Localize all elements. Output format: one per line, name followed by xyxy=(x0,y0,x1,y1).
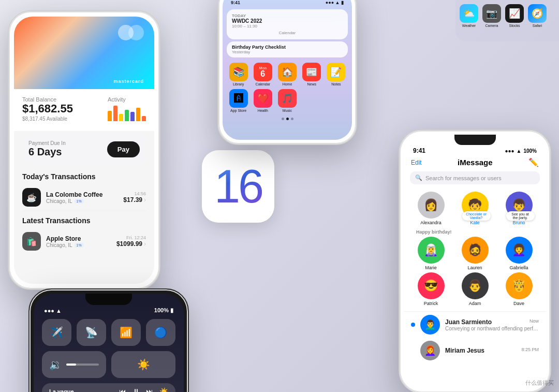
next-button[interactable]: ⏭ xyxy=(146,387,153,392)
app-appstore[interactable]: 🅰 App Store xyxy=(228,89,249,112)
birthday-widget[interactable]: Birthday Party Checklist Yesterday xyxy=(227,41,348,57)
bruno-avatar-wrap: 👦 See you at the party. xyxy=(506,192,533,219)
wallet-balance-section: Total Balance $1,682.55 $8,317.45 Availa… xyxy=(14,89,154,131)
pause-button[interactable]: ⏸ xyxy=(133,387,140,392)
miriam-avatar: 👩‍🦰 xyxy=(420,341,440,360)
camera-label: Camera xyxy=(486,24,498,27)
volume-control[interactable]: 🔉 xyxy=(42,351,106,378)
coffee-time: 14:56 xyxy=(123,191,146,196)
volume-icon: 🔉 xyxy=(49,358,62,371)
pinned-row-3: 😎 Patrick 👨 Adam 🤴 Dave xyxy=(409,272,541,306)
payment-left: Payment Due In 6 Days xyxy=(28,140,66,158)
stocks-icon: 📈 xyxy=(505,4,524,23)
kate-bubble: Chocolate or Vanilla? xyxy=(462,211,491,221)
volume-fill xyxy=(66,364,76,366)
stocks-app[interactable]: 📈 Stocks xyxy=(505,4,524,27)
camera-app[interactable]: 📷 Camera xyxy=(482,4,501,27)
widget-today-label: TODAY xyxy=(232,13,343,18)
control-battery: 100% ▮ xyxy=(154,307,173,314)
bar-3 xyxy=(119,114,123,121)
widget-event: WWDC 2022 xyxy=(232,18,343,24)
pinned-row-2: 🧝‍♀️ Marie 🧔 Lauren 👩‍🦱 Gabriella xyxy=(409,237,541,270)
juan-body: Juan Sarmiento Now Conveying or northwar… xyxy=(445,318,539,331)
library-label: Library xyxy=(233,82,244,86)
bluetooth-button[interactable]: 🔵 xyxy=(146,319,175,346)
ios16-logo: 16 xyxy=(202,150,274,223)
imessage-time: 9:41 xyxy=(413,147,425,154)
msg-juan[interactable]: 👨‍🦱 Juan Sarmiento Now Conveying or nort… xyxy=(404,312,546,338)
home-screen: 9:41 ●●● ▲ ▮ TODAY WWDC 2022 10:00 – 11:… xyxy=(223,0,352,140)
home-page-dots xyxy=(223,115,352,122)
apple-icon: 🛍️ xyxy=(22,232,41,251)
coffee-location: Chicago, IL 1% xyxy=(46,198,118,204)
pinned-dave[interactable]: 🤴 Dave xyxy=(501,272,537,306)
control-notch xyxy=(85,294,132,305)
app-notes[interactable]: 📝 Notes xyxy=(326,63,347,86)
bruno-bubble: See you at the party. xyxy=(506,211,535,221)
pinned-kate[interactable]: 🧒 Chocolate or Vanilla? Kate xyxy=(457,192,493,225)
appstore-label: App Store xyxy=(230,109,246,112)
juan-preview: Conveying or northward offending perfect… xyxy=(445,326,539,331)
pinned-alexandra[interactable]: 👩 Alexandra xyxy=(413,192,449,225)
prev-button[interactable]: ⏮ xyxy=(119,387,126,392)
airplane-mode-button[interactable]: ✈️ xyxy=(42,319,71,346)
pinned-bruno[interactable]: 👦 See you at the party. Bruno xyxy=(501,192,537,225)
coffee-badge: 1% xyxy=(75,199,84,204)
search-icon: 🔍 xyxy=(415,175,422,181)
app-music[interactable]: 🎵 Music xyxy=(276,89,298,112)
msg-miriam[interactable]: 👩‍🦰 Miriam Jesus 8:25 PM xyxy=(404,338,546,364)
gabriella-name: Gabriella xyxy=(509,265,528,270)
edit-button[interactable]: Edit xyxy=(411,159,422,166)
music-title: La vague xyxy=(49,388,114,392)
home-time: 9:41 xyxy=(231,0,240,5)
adam-avatar: 👨 xyxy=(462,272,489,299)
miriam-time: 8:25 PM xyxy=(521,347,539,354)
patrick-avatar-wrap: 😎 xyxy=(418,272,445,299)
safari-app[interactable]: 🧭 Safari xyxy=(528,4,547,27)
balance-left: Total Balance $1,682.55 $8,317.45 Availa… xyxy=(22,96,73,122)
home-icon: 🏠 xyxy=(278,63,297,81)
dot-3 xyxy=(291,118,293,120)
transaction-row-coffee[interactable]: ☕ La Colombe Coffee Chicago, IL 1% 14:56… xyxy=(14,184,154,211)
pinned-gabriella[interactable]: 👩‍🦱 Gabriella xyxy=(501,237,537,270)
weather-app[interactable]: ⛅ Weather xyxy=(460,4,478,27)
top-right-apps: ⛅ Weather 📷 Camera 📈 Stocks 🧭 Safari xyxy=(455,0,559,41)
app-news[interactable]: 📰 News xyxy=(301,63,322,86)
imessage-search-bar[interactable]: 🔍 Search for messages or users xyxy=(410,171,540,184)
pay-button[interactable]: Pay xyxy=(107,141,140,157)
mastercard-logo xyxy=(118,25,144,40)
apple-info: Apple Store Chicago, IL 1% xyxy=(46,235,111,248)
apple-right: Fri. 12:24 $1099.99 › xyxy=(116,235,146,248)
payment-label: Payment Due In xyxy=(28,140,66,146)
cellular-button[interactable]: 📡 xyxy=(77,319,106,346)
calendar-widget[interactable]: TODAY WWDC 2022 10:00 – 11:30 Calendar xyxy=(227,9,348,39)
home-status-icons: ●●● ▲ ▮ xyxy=(326,0,344,5)
pinned-adam[interactable]: 👨 Adam xyxy=(457,272,493,306)
app-health[interactable]: ❤️ Health xyxy=(252,89,273,112)
lauren-avatar-wrap: 🧔 xyxy=(462,237,489,264)
pinned-lauren[interactable]: 🧔 Lauren xyxy=(457,237,493,270)
apple-city: Chicago, IL xyxy=(46,242,72,248)
pinned-patrick[interactable]: 😎 Patrick xyxy=(413,272,449,306)
compose-button[interactable]: ✏️ xyxy=(528,157,539,167)
home-phone: 9:41 ●●● ▲ ▮ TODAY WWDC 2022 10:00 – 11:… xyxy=(217,0,357,145)
wifi-button[interactable]: 📶 xyxy=(111,319,141,346)
app-library[interactable]: 📚 Library xyxy=(228,63,249,86)
transaction-row-apple[interactable]: 🛍️ Apple Store Chicago, IL 1% Fri. 12:24… xyxy=(14,228,154,255)
unread-dot-juan xyxy=(411,323,415,327)
pinned-marie[interactable]: 🧝‍♀️ Marie xyxy=(413,237,449,270)
happy-birthday-label: Happy birthday! xyxy=(409,227,541,237)
app-calendar[interactable]: Mon 6 Calendar xyxy=(252,63,273,86)
juan-time: Now xyxy=(529,318,539,326)
signal-icon: ●●● xyxy=(505,148,514,154)
coffee-icon: ☕ xyxy=(22,188,41,207)
payment-days: 6 Days xyxy=(28,146,66,158)
brightness-control[interactable]: ☀️ xyxy=(111,351,175,378)
adam-avatar-wrap: 👨 xyxy=(462,272,489,299)
miriam-header: Miriam Jesus 8:25 PM xyxy=(445,347,539,354)
balance-amount: $1,682.55 xyxy=(22,103,73,115)
marie-name: Marie xyxy=(425,265,437,270)
app-home[interactable]: 🏠 Home xyxy=(276,63,298,86)
health-icon: ❤️ xyxy=(254,89,272,108)
adam-name: Adam xyxy=(469,301,481,306)
